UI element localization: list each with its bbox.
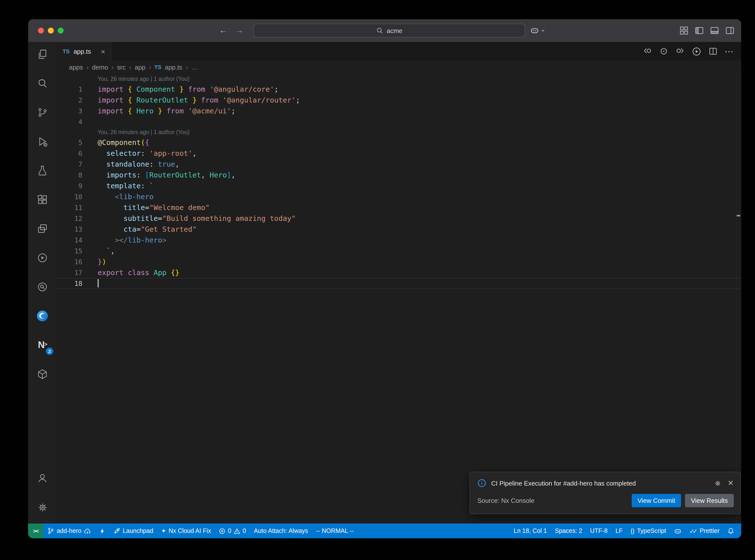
sidebar-item-nx[interactable]: N> 2: [28, 333, 57, 357]
account-menu[interactable]: [28, 466, 57, 490]
code-line[interactable]: 8 imports: [RouterOutlet, Hero],: [57, 169, 741, 180]
code-line[interactable]: 9 template: `: [57, 180, 741, 191]
eol-item[interactable]: LF: [612, 523, 627, 538]
auto-attach-label: Auto Attach: Always: [254, 527, 308, 534]
command-center-search[interactable]: acme: [254, 24, 525, 38]
zap-item[interactable]: [95, 523, 110, 538]
breadcrumb-item-file[interactable]: app.ts: [165, 63, 182, 71]
tab-app-ts[interactable]: TS app.ts ×: [57, 42, 112, 61]
cursor-position-item[interactable]: Ln 18, Col 1: [510, 523, 551, 538]
language-mode-item[interactable]: {} TypeScript: [627, 523, 670, 538]
code-line[interactable]: 5@Component({: [57, 137, 741, 148]
close-tab-icon[interactable]: ×: [101, 47, 105, 56]
line-number: 7: [57, 159, 98, 169]
code-line[interactable]: 18: [57, 278, 741, 289]
back-arrow-icon[interactable]: ←: [219, 26, 227, 36]
zoom-window-button[interactable]: [58, 27, 64, 34]
code-line[interactable]: 7 standalone: true,: [57, 159, 741, 169]
breadcrumb-item-apps[interactable]: apps: [69, 63, 83, 71]
branch-item[interactable]: add-hero: [43, 523, 95, 538]
toggle-secondary-sidebar-icon[interactable]: [726, 26, 734, 35]
forward-arrow-icon[interactable]: →: [235, 26, 244, 36]
minimize-window-button[interactable]: [48, 27, 54, 34]
code-line[interactable]: 17export class App {}: [57, 267, 741, 278]
indentation-item[interactable]: Spaces: 2: [551, 523, 586, 538]
view-commit-button[interactable]: View Commit: [632, 494, 681, 507]
code-line[interactable]: 6 selector: 'app-root',: [57, 148, 741, 159]
close-window-button[interactable]: [38, 27, 44, 34]
view-results-button[interactable]: View Results: [685, 494, 734, 507]
sidebar-item-explorer[interactable]: [28, 42, 57, 66]
notification-close-icon[interactable]: ✕: [728, 479, 734, 487]
sidebar-item-remote-windows[interactable]: [28, 217, 57, 241]
nx-cloud-item[interactable]: ✦ Nx Cloud AI Fix: [157, 523, 215, 538]
toggle-sidebar-icon[interactable]: [695, 26, 704, 35]
code-line[interactable]: 16}): [57, 256, 741, 267]
toggle-panel-icon[interactable]: [710, 26, 719, 35]
customize-layout-icon[interactable]: [679, 26, 689, 35]
run-circle-icon[interactable]: [692, 46, 701, 56]
code-line[interactable]: 10 <lib-hero: [57, 191, 741, 202]
vim-mode-item[interactable]: -- NORMAL --: [312, 523, 358, 538]
code-line[interactable]: 13 cta="Get Started": [57, 224, 741, 235]
encoding-item[interactable]: UTF-8: [586, 523, 612, 538]
tab-label: app.ts: [74, 47, 91, 55]
sidebar-item-circle-play[interactable]: [28, 246, 57, 269]
editor-scrollbar[interactable]: [736, 74, 741, 523]
sidebar-item-circle-search[interactable]: [28, 275, 57, 299]
line-number: 16: [57, 256, 98, 267]
more-actions-icon[interactable]: ···: [725, 47, 734, 56]
line-number: 14: [57, 235, 98, 245]
problems-item[interactable]: 0 0: [215, 523, 250, 538]
breadcrumb-item-src[interactable]: src: [117, 63, 126, 71]
notification-settings-button[interactable]: [714, 479, 722, 487]
sidebar-item-cube[interactable]: [28, 362, 57, 386]
code-line[interactable]: 2import { RouterOutlet } from '@angular/…: [57, 95, 741, 105]
settings-menu[interactable]: [28, 495, 57, 519]
sidebar-item-testing[interactable]: [28, 159, 57, 182]
sidebar-item-search[interactable]: [28, 72, 57, 95]
sidebar-item-extensions[interactable]: [28, 188, 57, 212]
blame-annotation: You, 26 minutes ago | 1 author (You): [57, 127, 741, 137]
code-line[interactable]: 1import { Component } from '@angular/cor…: [57, 84, 741, 95]
tab-bar: TS app.ts ×: [57, 42, 741, 61]
blue-swirl-icon: [36, 309, 49, 322]
code-line[interactable]: 15 `,: [57, 245, 741, 256]
nav-forward-icon[interactable]: [676, 47, 684, 56]
code-line[interactable]: 4: [57, 116, 741, 127]
cursor-caret: [98, 279, 99, 287]
code-line[interactable]: 12 subtitle="Build something amazing tod…: [57, 213, 741, 224]
line-number: 3: [57, 105, 98, 116]
error-count: 0: [228, 527, 231, 534]
copilot-menu[interactable]: [530, 19, 545, 42]
code-line[interactable]: 3import { Hero } from '@acme/ui';: [57, 105, 741, 116]
line-number: 4: [57, 116, 98, 127]
chevron-right-icon: ›: [112, 63, 114, 71]
launchpad-item[interactable]: Launchpad: [110, 523, 157, 538]
breadcrumb-item-app[interactable]: app: [135, 63, 145, 71]
nav-back-icon[interactable]: [643, 47, 652, 56]
notification-toast: CI Pipeline Execution for #add-hero has …: [470, 472, 741, 514]
typescript-file-icon: TS: [154, 64, 161, 70]
sidebar-item-source-control[interactable]: [28, 101, 57, 124]
blame-annotation: You, 26 minutes ago | 1 author (You): [57, 74, 741, 84]
remote-indicator[interactable]: ><: [28, 523, 43, 538]
code-editor[interactable]: You, 26 minutes ago | 1 author (You)1imp…: [57, 74, 741, 523]
notifications-bell-item[interactable]: [723, 523, 738, 538]
source-control-icon: [37, 106, 48, 118]
copilot-status-item[interactable]: [670, 523, 686, 538]
notification-message: CI Pipeline Execution for #add-hero has …: [491, 479, 709, 487]
code-line[interactable]: 11 title="Welcmoe demo": [57, 202, 741, 213]
split-editor-icon[interactable]: [709, 47, 717, 56]
formatter-item[interactable]: ✓✓ Prettier: [686, 523, 724, 538]
remote-icon: ><: [33, 528, 38, 534]
breadcrumb-item-demo[interactable]: demo: [92, 63, 108, 71]
breadcrumb-item-ellipsis[interactable]: …: [191, 63, 198, 71]
sidebar-item-blue-swirl[interactable]: [28, 304, 57, 328]
symbol-circle-icon[interactable]: [659, 47, 668, 56]
code-lines: You, 26 minutes ago | 1 author (You)1imp…: [57, 74, 741, 289]
code-line[interactable]: 14 ></lib-hero>: [57, 235, 741, 245]
auto-attach-item[interactable]: Auto Attach: Always: [250, 523, 312, 538]
typescript-file-icon: TS: [63, 48, 69, 54]
sidebar-item-run-debug[interactable]: [28, 129, 57, 153]
